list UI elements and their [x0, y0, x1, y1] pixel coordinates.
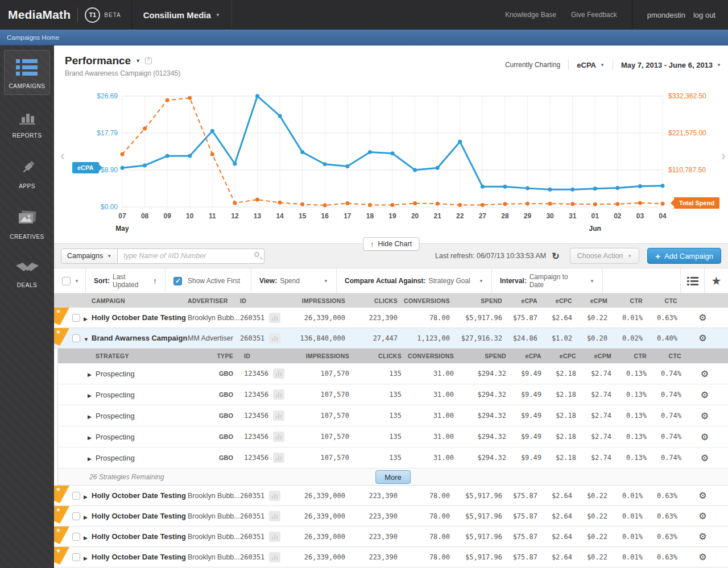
sidebar-item-deals[interactable]: DEALS [4, 252, 50, 294]
expand-arrow-icon[interactable]: ▶ [88, 393, 92, 399]
data-point[interactable] [345, 201, 349, 205]
data-point[interactable] [458, 203, 462, 207]
row-checkbox[interactable] [72, 553, 80, 561]
mini-chart-icon[interactable] [273, 432, 284, 442]
strategy-name[interactable]: Prospecting [96, 370, 192, 378]
column-header-spend[interactable]: SPEND [450, 297, 502, 304]
column-header-campaign[interactable]: CAMPAIGN [92, 297, 188, 304]
column-header-clicks[interactable]: CLICKS [349, 353, 402, 359]
mini-chart-icon[interactable] [273, 411, 284, 421]
data-point[interactable] [210, 152, 214, 156]
data-point[interactable] [436, 202, 440, 206]
starred-view-tab[interactable]: ★ [704, 268, 728, 293]
settings-gear-icon[interactable]: ⚙ [677, 552, 728, 562]
data-point[interactable] [391, 151, 395, 155]
expand-arrow-icon[interactable]: ▶ [84, 515, 88, 520]
sidebar-item-reports[interactable]: REPORTS [4, 102, 50, 144]
data-point[interactable] [436, 166, 440, 170]
column-header-ctc[interactable]: CTC [647, 353, 681, 359]
data-point[interactable] [570, 202, 574, 206]
row-checkbox[interactable] [72, 314, 80, 322]
chart-next-chevron-icon[interactable]: › [721, 148, 726, 164]
data-point[interactable] [188, 154, 192, 158]
data-point[interactable] [166, 154, 169, 158]
mini-chart-icon[interactable] [273, 389, 284, 400]
logout-link[interactable]: log out [693, 11, 715, 19]
data-point[interactable] [255, 94, 259, 98]
interval-dropdown[interactable]: Interval: Campaign to Date ▼ [492, 268, 603, 293]
data-point[interactable] [548, 188, 552, 192]
data-point[interactable] [526, 186, 530, 190]
settings-gear-icon[interactable]: ⚙ [681, 389, 728, 400]
add-campaign-button[interactable]: + Add Campaign [647, 248, 721, 264]
column-header-impressions[interactable]: IMPRESSIONS [292, 353, 349, 359]
strategy-name[interactable]: Prospecting [96, 412, 192, 420]
strategy-name[interactable]: Prospecting [96, 433, 192, 441]
data-point[interactable] [188, 96, 192, 100]
more-button[interactable]: More [375, 470, 411, 484]
campaign-name[interactable]: Holly October Date Testing [92, 491, 188, 500]
data-point[interactable] [661, 202, 665, 206]
column-header-ecpc[interactable]: eCPC [541, 353, 576, 359]
column-header-ecpm[interactable]: eCPM [572, 297, 607, 304]
data-point[interactable] [143, 127, 147, 131]
data-point[interactable] [368, 203, 372, 207]
select-all-checkbox[interactable] [62, 277, 71, 285]
data-point[interactable] [570, 188, 574, 192]
mini-chart-icon[interactable] [269, 511, 280, 521]
data-point[interactable] [548, 202, 552, 206]
data-point[interactable] [255, 198, 259, 202]
column-header-type[interactable]: TYPE [192, 353, 244, 359]
sidebar-item-apps[interactable]: APPS [4, 151, 50, 195]
expand-arrow-icon[interactable]: ▶ [88, 372, 92, 378]
column-header-ctc[interactable]: CTC [643, 297, 677, 304]
row-checkbox[interactable] [72, 334, 80, 342]
column-header-ecpc[interactable]: eCPC [537, 297, 572, 304]
knowledge-base-link[interactable]: Knowledge Base [505, 11, 556, 19]
data-point[interactable] [391, 203, 395, 207]
column-header-clicks[interactable]: CLICKS [345, 297, 398, 304]
data-point[interactable] [323, 162, 327, 166]
starred-ribbon[interactable]: ★ [54, 486, 69, 503]
data-point[interactable] [481, 185, 485, 189]
campaign-name[interactable]: Holly October Date Testing [92, 313, 188, 322]
sidebar-item-campaigns[interactable]: CAMPAIGNS [4, 50, 50, 95]
data-point[interactable] [503, 185, 507, 189]
refresh-icon[interactable]: ↻ [552, 251, 559, 262]
data-point[interactable] [503, 202, 507, 206]
column-header-ecpm[interactable]: eCPM [576, 353, 611, 359]
settings-gear-icon[interactable]: ⚙ [677, 531, 728, 542]
popout-icon[interactable] [145, 57, 152, 64]
data-point[interactable] [481, 203, 485, 207]
settings-gear-icon[interactable]: ⚙ [681, 411, 728, 421]
choose-action-button[interactable]: Choose Action ▼ [570, 248, 640, 264]
data-point[interactable] [166, 98, 169, 102]
data-point[interactable] [638, 184, 642, 188]
show-active-control[interactable]: Show Active First [166, 268, 251, 293]
starred-ribbon[interactable]: ★ [54, 526, 69, 544]
expand-arrow-icon[interactable]: ▶ [84, 494, 88, 500]
expand-arrow-icon[interactable]: ▼ [84, 337, 89, 342]
column-header-ecpa[interactable]: eCPA [506, 353, 541, 359]
data-point[interactable] [593, 186, 597, 190]
campaign-name[interactable]: Brand Awarness Campaign [92, 334, 188, 342]
settings-gear-icon[interactable]: ⚙ [677, 490, 728, 501]
starred-ribbon[interactable]: ★ [54, 547, 69, 565]
chart-prev-chevron-icon[interactable]: ‹ [60, 148, 65, 164]
row-checkbox[interactable] [72, 512, 80, 520]
data-point[interactable] [300, 150, 304, 154]
data-point[interactable] [278, 114, 282, 118]
metric-dropdown[interactable]: eCPA ▼ [577, 61, 605, 69]
campaign-name[interactable]: Holly October Date Testing [92, 532, 188, 541]
data-point[interactable] [615, 186, 619, 190]
expand-arrow-icon[interactable]: ▶ [84, 316, 88, 322]
settings-gear-icon[interactable]: ⚙ [681, 453, 728, 463]
campaign-name[interactable]: Holly October Date Testing [92, 553, 188, 561]
data-point[interactable] [593, 202, 597, 206]
column-header-spend[interactable]: SPEND [454, 353, 506, 359]
hide-chart-button[interactable]: ↑ Hide Chart [363, 237, 419, 251]
mini-chart-icon[interactable] [269, 333, 280, 343]
settings-gear-icon[interactable]: ⚙ [681, 368, 728, 379]
expand-arrow-icon[interactable]: ▶ [84, 535, 88, 541]
data-point[interactable] [121, 152, 125, 156]
